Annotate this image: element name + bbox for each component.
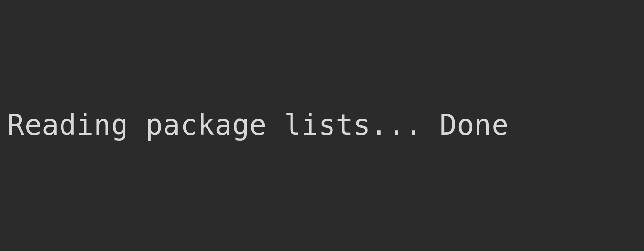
terminal-line-info: Reading package lists... Done [7,101,637,149]
terminal-text: Reading package lists... Done [7,108,509,142]
terminal-output: Reading package lists... Done Building d… [7,5,637,251]
terminal-line-info: Building dependency tree... Done [7,246,637,251]
